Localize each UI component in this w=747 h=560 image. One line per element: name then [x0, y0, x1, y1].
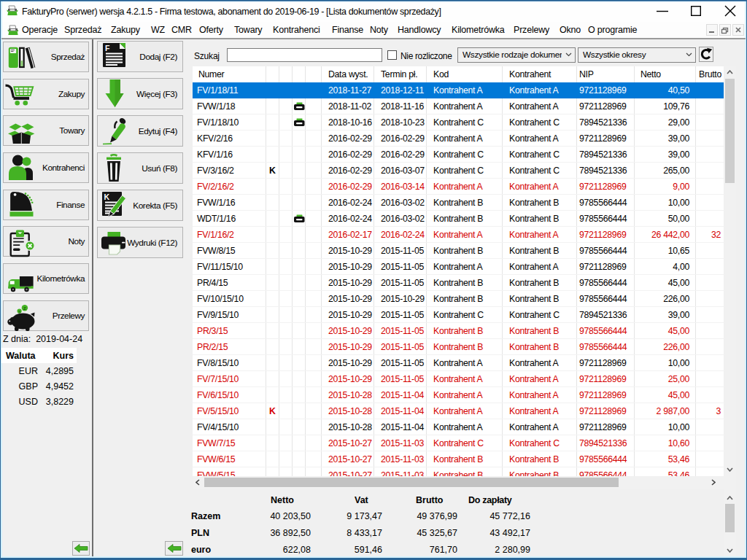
svg-text:K: K [104, 192, 110, 201]
svg-text:z: z [23, 305, 26, 311]
svg-text:F: F [105, 44, 110, 52]
